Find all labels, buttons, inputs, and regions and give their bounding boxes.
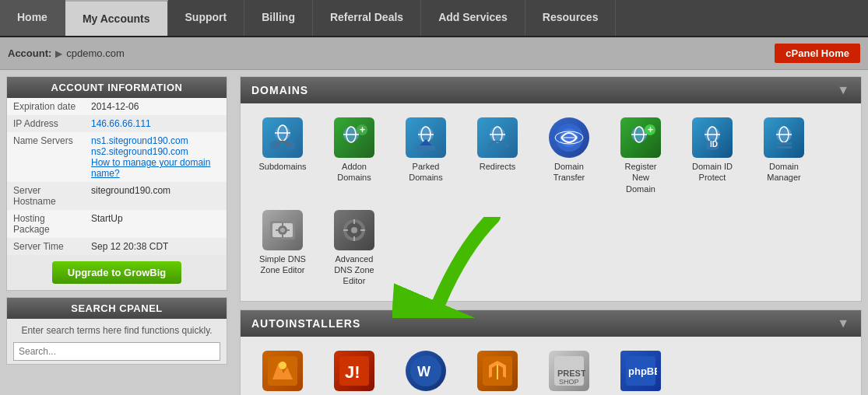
domains-icons-grid: Subdomains + AddonDomains ParkedDomains: [241, 103, 861, 301]
search-cpanel-box: SEARCH CPANEL Enter search terms here fi…: [6, 297, 227, 365]
icon-domain-manager[interactable]: DomainManager: [750, 111, 818, 201]
icon-redirects[interactable]: Redirects: [463, 111, 532, 201]
svg-rect-38: [776, 146, 792, 149]
svg-marker-20: [505, 142, 510, 149]
redirects-icon: [477, 117, 518, 158]
icon-addon-domains[interactable]: + AddonDomains: [320, 111, 388, 201]
icon-prestashop[interactable]: PRESTASHOP PrestaShop: [535, 344, 603, 395]
wordpress-icon: W: [406, 351, 446, 391]
domain-transfer-icon: [549, 117, 589, 158]
svg-text:SHOP: SHOP: [559, 378, 579, 386]
upgrade-button[interactable]: Upgrade to GrowBig: [52, 261, 181, 284]
register-domain-label: RegisterNewDomain: [625, 161, 657, 194]
register-domain-icon: +: [620, 117, 661, 158]
svg-text:phpBB: phpBB: [628, 365, 657, 377]
svg-rect-37: [776, 142, 792, 145]
right-panel: DOMAINS ▼ Subdomains + AddonDomains: [234, 70, 868, 395]
icon-joomla[interactable]: J! Joomla: [320, 344, 388, 395]
ns2-value: ns2.siteground190.com: [91, 146, 220, 157]
account-arrow-icon: ▶: [55, 48, 62, 59]
addon-domains-label: AddonDomains: [337, 161, 371, 184]
icon-softaculous[interactable]: Softaculous: [248, 344, 317, 395]
domain-transfer-label: DomainTransfer: [553, 161, 585, 184]
icon-advanced-dns[interactable]: AdvancedDNS ZoneEditor: [320, 204, 388, 293]
autoinstallers-icons-grid: Softaculous J! Joomla W WordPress: [241, 337, 861, 395]
nameservers-values: ns1.siteground190.com ns2.siteground190.…: [85, 132, 227, 182]
svg-text:ID: ID: [710, 140, 718, 149]
autoinstallers-chevron-icon[interactable]: ▼: [837, 316, 850, 330]
search-cpanel-title: SEARCH CPANEL: [7, 298, 227, 319]
server-time-value: Sep 12 20:38 CDT: [85, 238, 227, 255]
autoinstallers-section: AUTOINSTALLERS ▼ Softaculous J! Joomla: [240, 309, 862, 395]
svg-rect-55: [268, 356, 297, 386]
icon-simple-dns[interactable]: Simple DNSZone Editor: [248, 204, 317, 293]
domain-id-protect-icon: ID: [692, 117, 733, 158]
account-info-box: ACCOUNT INFORMATION Expiration date 2014…: [6, 76, 227, 291]
manage-domain-link[interactable]: How to manage your domain name?: [91, 157, 210, 179]
icon-parked-domains[interactable]: ParkedDomains: [392, 111, 460, 201]
expiration-label: Expiration date: [7, 98, 85, 115]
domain-manager-label: DomainManager: [767, 161, 800, 184]
account-bar: Account: ▶ cpdemo.com cPanel Home: [0, 37, 868, 70]
nav-add-services[interactable]: Add Services: [421, 0, 525, 36]
cpanel-home-button[interactable]: cPanel Home: [775, 44, 860, 63]
redirects-label: Redirects: [480, 161, 515, 172]
softaculous-icon: [262, 351, 303, 391]
nav-support[interactable]: Support: [168, 0, 245, 36]
nav-referral-deals[interactable]: Referral Deals: [313, 0, 421, 36]
advanced-dns-label: AdvancedDNS ZoneEditor: [334, 253, 374, 287]
icon-subdomains[interactable]: Subdomains: [248, 111, 317, 201]
domains-header: DOMAINS ▼: [241, 77, 861, 103]
parked-domains-icon: [406, 117, 446, 158]
icon-domain-transfer[interactable]: DomainTransfer: [535, 111, 603, 201]
icon-phpbb3[interactable]: phpBB phpBB3: [606, 344, 675, 395]
svg-text:J!: J!: [345, 362, 360, 382]
icon-domain-id-protect[interactable]: ID Domain IDProtect: [678, 111, 747, 201]
svg-text:PRESTA: PRESTA: [557, 369, 585, 378]
domains-section: DOMAINS ▼ Subdomains + AddonDomains: [240, 76, 862, 302]
icon-wordpress[interactable]: W WordPress: [392, 344, 460, 395]
prestashop-icon: PRESTASHOP: [549, 351, 589, 391]
domains-title: DOMAINS: [251, 84, 308, 96]
nav-resources[interactable]: Resources: [525, 0, 617, 36]
simple-dns-label: Simple DNSZone Editor: [259, 253, 306, 276]
svg-point-42: [280, 228, 285, 232]
domains-chevron-icon[interactable]: ▼: [837, 83, 850, 97]
svg-rect-15: [416, 145, 435, 150]
search-cpanel-desc: Enter search terms here find functions q…: [7, 319, 227, 339]
parked-domains-label: ParkedDomains: [409, 161, 442, 184]
icon-magento[interactable]: Magento: [463, 344, 532, 395]
search-cpanel-input[interactable]: [13, 342, 220, 361]
phpbb3-icon: phpBB: [620, 351, 661, 391]
nav-billing[interactable]: Billing: [244, 0, 313, 36]
ip-value: 146.66.66.111: [85, 115, 227, 132]
hostname-label: Server Hostname: [7, 182, 85, 210]
joomla-icon: J!: [334, 351, 374, 391]
subdomains-icon: [262, 117, 303, 158]
account-domain: cpdemo.com: [66, 47, 775, 59]
top-navigation: Home My Accounts Support Billing Referra…: [0, 0, 868, 37]
autoinstallers-header: AUTOINSTALLERS ▼: [241, 310, 861, 337]
nameservers-label: Name Servers: [7, 132, 85, 182]
account-label: Account:: [8, 47, 51, 59]
addon-domains-icon: +: [334, 117, 374, 158]
svg-text:+: +: [648, 124, 653, 135]
autoinstallers-title: AUTOINSTALLERS: [251, 317, 360, 330]
advanced-dns-icon: [334, 210, 374, 250]
ip-label: IP Address: [7, 115, 85, 132]
ns1-value: ns1.siteground190.com: [91, 135, 220, 146]
nav-my-accounts[interactable]: My Accounts: [65, 0, 168, 36]
nav-home[interactable]: Home: [0, 0, 65, 36]
domain-id-protect-label: Domain IDProtect: [692, 161, 733, 184]
package-value: StartUp: [85, 210, 227, 238]
subdomains-label: Subdomains: [258, 161, 306, 172]
account-info-title: ACCOUNT INFORMATION: [7, 77, 227, 98]
package-label: Hosting Package: [7, 210, 85, 238]
svg-text:W: W: [417, 364, 430, 379]
icon-register-domain[interactable]: + RegisterNewDomain: [606, 111, 675, 201]
expiration-value: 2014-12-06: [85, 98, 227, 115]
domain-manager-icon: [764, 117, 804, 158]
hostname-value: siteground190.com: [85, 182, 227, 210]
svg-point-56: [279, 362, 286, 369]
magento-icon: [477, 351, 518, 391]
